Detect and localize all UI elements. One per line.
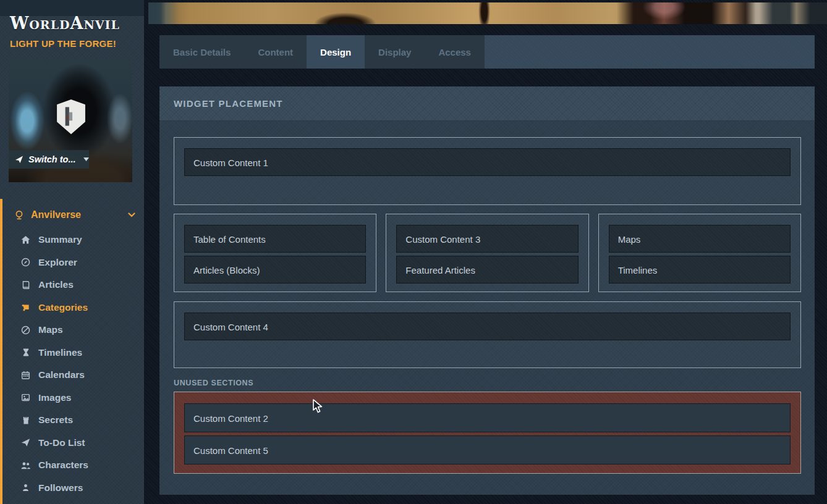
sidebar-item-timelines[interactable]: Timelines xyxy=(2,342,144,364)
caret-down-icon xyxy=(83,158,89,161)
widget-timelines[interactable]: Timelines xyxy=(609,256,791,284)
sidebar-item-label: Calendars xyxy=(38,369,85,380)
widget-custom-content-3[interactable]: Custom Content 3 xyxy=(396,225,578,253)
worldanvil-logo: WorldAnvil xyxy=(10,14,120,33)
panel-body: Custom Content 1 Table of Contents Artic… xyxy=(159,121,815,474)
widget-articles-blocks[interactable]: Articles (Blocks) xyxy=(184,256,366,284)
person-icon xyxy=(20,483,31,492)
dropzone-row-top[interactable]: Custom Content 1 xyxy=(174,137,801,205)
users-icon xyxy=(20,461,31,470)
paper-plane-icon xyxy=(20,438,31,447)
unused-sections-label: UNUSED SECTIONS xyxy=(174,379,801,387)
sidebar-nav: Anvilverse Summary Explorer xyxy=(0,199,144,504)
tab-design[interactable]: Design xyxy=(307,35,365,69)
sidebar: WorldAnvil LIGHT UP THE FORGE! Switch to… xyxy=(0,0,144,504)
image-icon xyxy=(20,393,31,402)
widget-table-of-contents[interactable]: Table of Contents xyxy=(184,225,366,253)
sidebar-item-categories[interactable]: Categories xyxy=(2,296,144,319)
dropzone-row-bottom[interactable]: Custom Content 4 xyxy=(174,301,801,368)
book-icon xyxy=(20,280,31,290)
world-cover-image: Switch to... xyxy=(9,60,132,182)
widget-featured-articles[interactable]: Featured Articles xyxy=(396,256,578,284)
sidebar-item-label: Explorer xyxy=(38,257,77,268)
home-icon xyxy=(20,235,31,245)
sidebar-item-followers[interactable]: Followers xyxy=(2,477,144,500)
forge-tagline: LIGHT UP THE FORGE! xyxy=(10,38,116,49)
widget-custom-content-4[interactable]: Custom Content 4 xyxy=(184,313,791,340)
compass-icon xyxy=(20,258,31,267)
calendar-icon xyxy=(20,371,31,380)
widget-custom-content-5[interactable]: Custom Content 5 xyxy=(184,435,791,464)
hourglass-icon xyxy=(20,348,31,357)
globe-icon xyxy=(14,210,24,220)
tab-access[interactable]: Access xyxy=(425,35,485,69)
sidebar-item-maps[interactable]: Maps xyxy=(2,319,144,342)
sidebar-item-secrets[interactable]: Secrets xyxy=(2,409,144,432)
tab-content[interactable]: Content xyxy=(244,35,307,69)
tab-display[interactable]: Display xyxy=(365,35,425,69)
sidebar-item-label: Anvilverse xyxy=(31,209,81,220)
panel-title: WIDGET PLACEMENT xyxy=(159,86,815,121)
map-icon xyxy=(20,326,31,335)
navigation-arrow-icon xyxy=(15,155,23,164)
sidebar-item-label: To-Do List xyxy=(38,437,85,448)
sidebar-item-anvilverse[interactable]: Anvilverse xyxy=(2,201,144,229)
sidebar-item-label: Articles xyxy=(38,279,74,290)
sidebar-item-label: Followers xyxy=(38,482,83,494)
dropzone-column-center[interactable]: Custom Content 3 Featured Articles xyxy=(386,214,588,292)
switch-world-label: Switch to... xyxy=(28,154,76,164)
tab-basic-details[interactable]: Basic Details xyxy=(159,35,244,69)
sidebar-item-characters[interactable]: Characters xyxy=(2,454,144,477)
sidebar-item-summary[interactable]: Summary xyxy=(2,229,144,251)
dropzone-columns-row: Table of Contents Articles (Blocks) Cust… xyxy=(174,214,801,292)
widget-maps[interactable]: Maps xyxy=(609,225,791,253)
sidebar-item-todo-list[interactable]: To-Do List xyxy=(2,432,144,455)
chevron-down-icon xyxy=(128,212,135,217)
editor-tabbar: Basic Details Content Design Display Acc… xyxy=(159,35,815,69)
tower-icon xyxy=(20,416,31,425)
widget-placement-panel: WIDGET PLACEMENT Custom Content 1 Table … xyxy=(159,86,815,495)
sidebar-item-label: Secrets xyxy=(38,414,73,426)
widget-custom-content-2[interactable]: Custom Content 2 xyxy=(184,403,791,432)
sidebar-item-label: Categories xyxy=(38,302,88,313)
scroll-icon xyxy=(20,303,31,312)
sidebar-item-label: Summary xyxy=(38,234,82,245)
world-cover-banner xyxy=(148,2,827,24)
sidebar-item-calendars[interactable]: Calendars xyxy=(2,364,144,387)
app-screen: WorldAnvil LIGHT UP THE FORGE! Switch to… xyxy=(0,0,827,504)
sidebar-item-label: Timelines xyxy=(38,347,82,358)
tabs-strip: Basic Details Content Design Display Acc… xyxy=(159,35,485,69)
sidebar-item-images[interactable]: Images xyxy=(2,387,144,410)
widget-custom-content-1[interactable]: Custom Content 1 xyxy=(184,148,791,176)
shield-emblem-icon xyxy=(56,98,87,135)
dropzone-column-right[interactable]: Maps Timelines xyxy=(598,214,801,292)
sidebar-item-label: Characters xyxy=(38,460,88,471)
sidebar-item-label: Images xyxy=(38,392,71,403)
sidebar-item-label: Maps xyxy=(38,324,63,335)
switch-world-button[interactable]: Switch to... xyxy=(9,150,89,169)
dropzone-column-left[interactable]: Table of Contents Articles (Blocks) xyxy=(174,214,376,292)
sidebar-item-explorer[interactable]: Explorer xyxy=(2,251,144,274)
sidebar-item-articles[interactable]: Articles xyxy=(2,274,144,296)
unused-sections-dropzone[interactable]: Custom Content 2 Custom Content 5 xyxy=(174,392,801,474)
